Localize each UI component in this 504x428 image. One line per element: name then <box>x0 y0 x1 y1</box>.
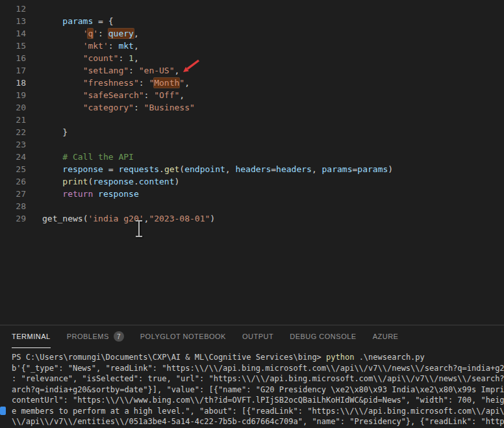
code-text: "count": 1, <box>42 52 139 64</box>
terminal-line: : "relevance", "isSelected": true, "url"… <box>12 373 504 384</box>
code-line[interactable]: 26 print(response.content) <box>0 175 504 188</box>
code-text: "safeSearch": "Off", <box>42 89 184 101</box>
problems-count-badge: 7 <box>114 331 124 342</box>
code-line[interactable]: 27 return response <box>0 188 504 200</box>
panel-tab-label: DEBUG CONSOLE <box>290 333 356 340</box>
terminal-line: PS C:\Users\romungi\Documents\CXP\AI & M… <box>12 352 504 363</box>
line-number[interactable]: 23 <box>0 138 26 151</box>
code-line[interactable]: 15 'mkt': mkt, <box>0 40 504 52</box>
code-text: 'q': query, <box>42 27 139 40</box>
code-line[interactable]: 16 "count": 1, <box>0 52 504 64</box>
terminal-line: b'{"_type": "News", "readLink": "https:\… <box>12 363 504 374</box>
code-line[interactable]: 12 <box>0 3 504 15</box>
code-text: # Call the API <box>42 151 134 163</box>
code-text: return response <box>42 188 139 200</box>
code-line[interactable]: 25 response = requests.get(endpoint, hea… <box>0 163 504 175</box>
line-number[interactable]: 13 <box>0 15 26 27</box>
panel-tab-label: POLYGLOT NOTEBOOK <box>140 333 226 340</box>
code-line[interactable]: 29get_news('india g20',"2023-08-01") <box>0 212 504 225</box>
code-line[interactable]: 19 "safeSearch": "Off", <box>0 89 504 101</box>
code-text: } <box>42 126 68 138</box>
panel-tab-debug-console[interactable]: DEBUG CONSOLE <box>290 325 356 348</box>
code-editor[interactable]: 1213 params = {14 'q': query,15 'mkt': m… <box>0 0 504 325</box>
code-line[interactable]: 22 } <box>0 126 504 138</box>
panel-tab-label: TERMINAL <box>12 333 51 340</box>
code-line[interactable]: 13 params = { <box>0 15 504 27</box>
code-line[interactable]: 14 'q': query, <box>0 27 504 40</box>
code-line[interactable]: 18 "freshness": "Month", <box>0 77 504 89</box>
code-text: response = requests.get(endpoint, header… <box>42 163 393 175</box>
terminal-command-decoration <box>0 407 6 415</box>
panel-tab-azure[interactable]: AZURE <box>373 325 399 348</box>
line-number[interactable]: 22 <box>0 126 26 138</box>
line-number[interactable]: 15 <box>0 40 26 52</box>
code-text: "setLang": "en-US", <box>42 64 179 77</box>
terminal-output[interactable]: PS C:\Users\romungi\Documents\CXP\AI & M… <box>0 348 504 427</box>
line-number[interactable]: 28 <box>0 200 26 212</box>
code-line[interactable]: 24 # Call the API <box>0 151 504 163</box>
line-number[interactable]: 14 <box>0 27 26 40</box>
line-number[interactable]: 19 <box>0 89 26 101</box>
code-line[interactable]: 20 "category": "Business" <box>0 101 504 114</box>
code-line[interactable]: 23 <box>0 138 504 151</box>
code-text: "category": "Business" <box>42 101 195 114</box>
line-number[interactable]: 17 <box>0 64 26 77</box>
panel-tab-terminal[interactable]: TERMINAL <box>12 325 51 348</box>
line-number[interactable]: 12 <box>0 3 26 15</box>
terminal-line: \\/api\\/v7\\/entities\\/051a3be4-5a14-4… <box>12 416 504 427</box>
line-number[interactable]: 16 <box>0 52 26 64</box>
code-text: get_news('india g20',"2023-08-01") <box>42 212 215 225</box>
panel-tab-label: OUTPUT <box>242 333 273 340</box>
code-line[interactable]: 28 <box>0 200 504 212</box>
line-number[interactable]: 24 <box>0 151 26 163</box>
code-line[interactable]: 21 <box>0 114 504 126</box>
panel-tab-output[interactable]: OUTPUT <box>242 325 273 348</box>
code-line[interactable]: 17 "setLang": "en-US", <box>0 64 504 77</box>
code-text: print(response.content) <box>42 175 179 188</box>
panel-tab-label: PROBLEMS <box>67 333 109 340</box>
panel-tab-problems[interactable]: PROBLEMS7 <box>67 325 124 348</box>
bottom-panel: TERMINALPROBLEMS7POLYGLOT NOTEBOOKOUTPUT… <box>0 325 504 428</box>
code-lines: 1213 params = {14 'q': query,15 'mkt': m… <box>0 3 504 225</box>
code-text: params = { <box>42 15 114 27</box>
line-number[interactable]: 18 <box>0 77 26 89</box>
line-number[interactable]: 20 <box>0 101 26 114</box>
line-number[interactable]: 25 <box>0 163 26 175</box>
panel-tab-label: AZURE <box>373 333 399 340</box>
line-number[interactable]: 21 <box>0 114 26 126</box>
terminal-line: contentUrl": "https:\\/\\/www.bing.com\\… <box>12 395 504 406</box>
terminal-line: arch?q=india+g20&sortby=date"}], "value"… <box>12 384 504 396</box>
panel-tabs: TERMINALPROBLEMS7POLYGLOT NOTEBOOKOUTPUT… <box>0 325 504 348</box>
line-number[interactable]: 26 <box>0 175 26 188</box>
terminal-line: e members to perform at a high level.", … <box>12 406 504 417</box>
code-text: "freshness": "Month", <box>42 77 190 89</box>
code-text: 'mkt': mkt, <box>42 40 139 52</box>
panel-tab-polyglot-notebook[interactable]: POLYGLOT NOTEBOOK <box>140 325 226 348</box>
line-number[interactable]: 29 <box>0 212 26 225</box>
line-number[interactable]: 27 <box>0 188 26 200</box>
